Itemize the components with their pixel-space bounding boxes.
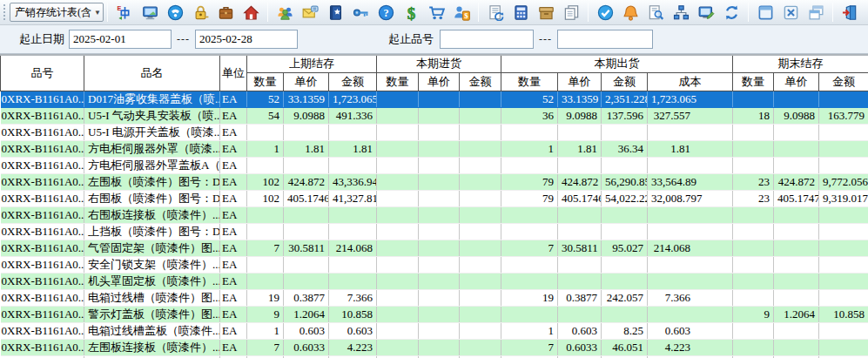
archive-box-icon[interactable] xyxy=(536,3,555,22)
grid-row[interactable]: 0XRX-B1161A0...U5-I 电源开关盖板（喷漆...EA xyxy=(1,124,868,140)
key-icon[interactable] xyxy=(351,3,370,22)
toolbar-separator xyxy=(832,3,833,22)
help-icon[interactable]: ? xyxy=(376,3,395,22)
grid-row[interactable]: 0XRX-B1161A0...机头罩固定板（喷漆件）...EA xyxy=(1,273,868,289)
grid-row[interactable]: 0XRX-B1161A0...U5-I 气动夹具安装板（喷...EA549.09… xyxy=(1,107,868,124)
cell-open-amt xyxy=(329,157,377,173)
alert-bell-icon[interactable] xyxy=(621,3,640,22)
grid-row[interactable]: 0XRX-B1161A0...上挡板（喷漆件）图号：D...EA xyxy=(1,223,868,240)
cell-end-qty xyxy=(733,206,774,223)
cell-out-cost xyxy=(648,306,733,322)
report-selector-dropdown[interactable]: 产销存统计表(含 ▼ xyxy=(10,3,104,22)
group-header-shipment: 本期出货 xyxy=(501,55,733,72)
dollar-icon[interactable]: $ xyxy=(401,3,421,22)
phone-icon[interactable] xyxy=(165,3,185,22)
cell-in-amt xyxy=(460,124,501,140)
calculator-icon[interactable] xyxy=(511,3,530,22)
users-icon[interactable] xyxy=(275,3,294,22)
mail-icon[interactable] xyxy=(300,3,320,22)
sub-header-amount: 金额 xyxy=(819,72,868,91)
window-close-icon[interactable] xyxy=(781,3,800,22)
col-header-unit: 单位 xyxy=(220,55,247,91)
org-chart-icon[interactable] xyxy=(671,3,690,22)
briefcase-icon[interactable] xyxy=(216,3,235,22)
sub-header-price: 单价 xyxy=(774,72,819,91)
grid-row[interactable]: 0XRX-B1161A0...电箱过线槽盖板（喷漆件...EA10.6030.6… xyxy=(1,322,868,339)
item-from-input[interactable] xyxy=(440,30,534,49)
window-restore-icon[interactable] xyxy=(756,3,775,22)
cart-icon[interactable] xyxy=(427,3,446,22)
grid-row[interactable]: 0XRX-B1161A0...左围板连接板（喷漆件）...EA70.60334.… xyxy=(1,339,868,355)
date-range-label: 起止日期 xyxy=(19,31,64,47)
cell-in-amt xyxy=(460,157,501,173)
cell-unit: EA xyxy=(220,223,247,240)
cell-open-qty: 102 xyxy=(247,173,284,190)
cell-end-amt xyxy=(819,240,868,256)
sub-header-amount: 金额 xyxy=(460,72,501,91)
cell-item-no: 0XRX-B1161A0... xyxy=(1,157,84,173)
cell-out-price: 0.3877 xyxy=(558,289,602,306)
toolbar-grip[interactable] xyxy=(3,3,6,21)
cell-out-price xyxy=(558,273,602,289)
grid-row[interactable]: 0XRX-B1161A0...D017油雾收集器盖板（喷...EA5233.13… xyxy=(1,91,868,107)
date-from-input[interactable] xyxy=(69,30,172,49)
cell-unit: EA xyxy=(220,157,247,173)
cell-out-amt: 2,351.228 xyxy=(602,91,648,107)
grid-row[interactable]: 0XRX-B1161A0...警示灯盖板（喷漆件）图...EA91.206410… xyxy=(1,306,868,322)
monitor-icon[interactable] xyxy=(140,3,159,22)
cell-out-qty: 79 xyxy=(501,173,558,190)
cell-out-amt: 8.25 xyxy=(602,322,648,339)
search-document-icon[interactable] xyxy=(646,3,665,22)
customer-billing-icon[interactable]: $ xyxy=(452,3,471,22)
grid-row[interactable]: 0XRX-B1161A0...方电柜伺服器外罩盖板A（...EA xyxy=(1,157,868,173)
cell-open-price: 0.3877 xyxy=(284,289,329,306)
notebook-star-icon[interactable] xyxy=(326,3,345,22)
grid-row[interactable]: 0XRX-B1161A0...右围板（喷漆件）图号：D...EA102405.1… xyxy=(1,190,868,206)
grid-row[interactable]: 0XRX-B1161A0...气管固定架（喷漆件）图...EA730.58112… xyxy=(1,240,868,256)
cell-open-qty: 7 xyxy=(247,339,284,355)
cascade-windows-icon[interactable] xyxy=(806,3,825,22)
cell-in-price xyxy=(419,322,460,339)
cell-end-price xyxy=(774,157,819,173)
monitor-edit-icon[interactable] xyxy=(696,3,716,22)
cell-out-amt xyxy=(602,157,648,173)
item-to-input[interactable] xyxy=(557,30,653,49)
grid-row[interactable]: 0XRX-B1161A0...右围板连接板（喷漆件）...EA xyxy=(1,206,868,223)
language-icon[interactable]: E xyxy=(115,3,134,22)
lock-icon[interactable] xyxy=(191,3,210,22)
home-icon[interactable] xyxy=(241,3,260,22)
approve-check-icon[interactable] xyxy=(595,3,615,22)
cell-out-qty: 52 xyxy=(501,91,558,107)
cell-out-price: 424.872 xyxy=(558,173,602,190)
cell-in-price xyxy=(419,190,460,206)
cell-item-no: 0XRX-B1161A0... xyxy=(1,107,84,124)
cell-open-amt: 491.336 xyxy=(329,107,377,124)
cell-end-price xyxy=(774,140,819,157)
cell-end-amt: 9,319.017 xyxy=(819,190,868,206)
cell-in-price xyxy=(419,157,460,173)
cell-open-qty: 1 xyxy=(247,140,284,157)
cell-open-price: 1.81 xyxy=(284,140,329,157)
cell-unit: EA xyxy=(220,190,247,206)
cell-item-name: 方电柜伺服器外罩盖板A（... xyxy=(84,157,220,173)
grid-row[interactable]: 0XRX-B1161A0...方电柜伺服器外罩（喷漆...EA11.811.81… xyxy=(1,140,868,157)
copy-icon[interactable] xyxy=(562,3,581,22)
grid-row[interactable]: 0XRX-B1161A0...电箱过线槽（喷漆件）图...EA190.38777… xyxy=(1,289,868,306)
grid-row[interactable]: 0XRX-B1161A0...左围板（喷漆件）图号：D...EA102424.8… xyxy=(1,173,868,190)
cell-end-qty: 23 xyxy=(733,173,774,190)
cell-in-amt xyxy=(460,190,501,206)
date-to-input[interactable] xyxy=(195,30,298,49)
cell-open-qty: 7 xyxy=(247,240,284,256)
cell-end-amt xyxy=(819,124,868,140)
cell-in-qty xyxy=(377,289,419,306)
cell-in-qty xyxy=(377,107,419,124)
toolbar-group xyxy=(592,3,744,22)
exit-door-icon[interactable] xyxy=(840,3,859,22)
cell-unit: EA xyxy=(220,306,247,322)
report-refresh-icon[interactable] xyxy=(486,3,505,22)
item-range-separator: --- xyxy=(539,33,552,46)
cell-item-no: 0XRX-B1161A0... xyxy=(1,124,84,140)
refresh-icon[interactable] xyxy=(722,3,741,22)
cell-out-qty: 7 xyxy=(501,240,558,256)
grid-row[interactable]: 0XRX-B1161A0...安全门锁支架（喷漆件）...EA xyxy=(1,256,868,273)
